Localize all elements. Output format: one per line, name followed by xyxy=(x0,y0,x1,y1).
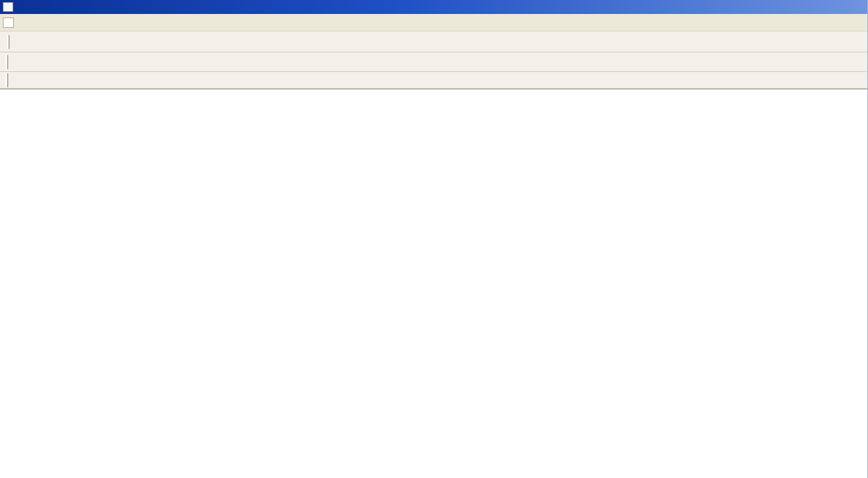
toolbar-grip xyxy=(7,35,10,49)
icon-toolbar-1 xyxy=(0,52,867,72)
toolbar-grip xyxy=(6,55,8,69)
menu-bar xyxy=(0,14,867,31)
kline-chart[interactable] xyxy=(0,89,868,478)
title-bar xyxy=(0,0,867,14)
toolbar-grip xyxy=(6,73,8,87)
main-toolbar xyxy=(0,31,867,52)
app-window xyxy=(0,0,868,478)
icon-toolbar-2 xyxy=(0,72,867,89)
app-icon xyxy=(3,2,13,12)
chart-area[interactable] xyxy=(0,89,868,478)
document-icon xyxy=(3,17,14,28)
